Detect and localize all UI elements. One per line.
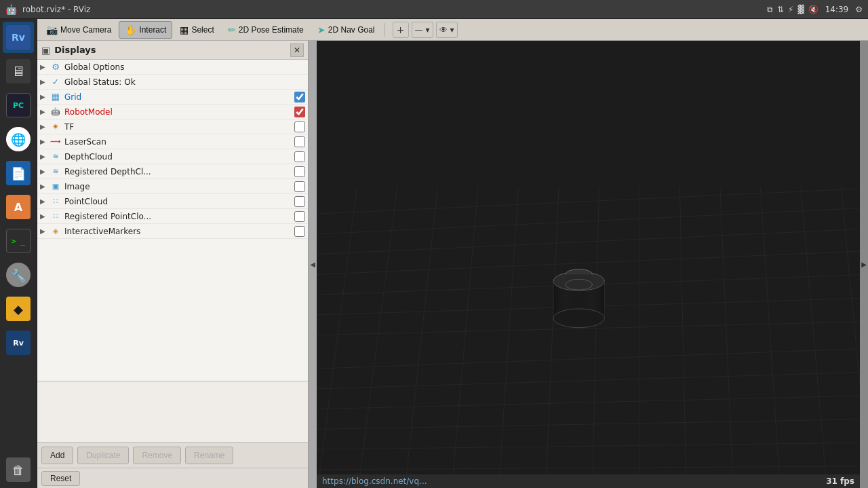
- app-icon-pycharm[interactable]: PC: [3, 90, 34, 121]
- tf-icon: ✴: [50, 121, 62, 133]
- settings-icon[interactable]: ⚙: [855, 5, 863, 14]
- depthcloud-checkbox[interactable]: [294, 151, 305, 162]
- expand-icon7: ▶: [40, 153, 50, 160]
- displays-footer: Add Duplicate Remove Rename: [37, 442, 308, 468]
- displays-panel: ▣ Displays ✕ ▶ ⚙ Global Options ▶: [37, 41, 309, 488]
- duplicate-button[interactable]: Duplicate: [77, 447, 129, 464]
- robot-icon: 🤖: [50, 106, 62, 118]
- pose-icon: ✏: [228, 24, 236, 35]
- display-item-pointcloud[interactable]: ▶ ∷ PointCloud: [37, 194, 308, 209]
- app-icon-rviz2[interactable]: Rv: [3, 327, 34, 358]
- interact-label: Interact: [139, 25, 166, 35]
- app-icon-trash[interactable]: 🗑: [3, 454, 34, 485]
- interact-button[interactable]: ✋ Interact: [119, 21, 172, 39]
- pointcloud-checkbox[interactable]: [294, 196, 305, 207]
- move-camera-button[interactable]: 📷 Move Camera: [40, 21, 117, 39]
- expand-icon5: ▶: [40, 123, 50, 130]
- image-icon: ▣: [50, 181, 62, 193]
- app-icon-monitor[interactable]: 🖥: [3, 56, 34, 87]
- grid-checkbox[interactable]: [294, 92, 305, 102]
- display-item-robotmodel[interactable]: ▶ 🤖 RobotModel: [37, 105, 308, 119]
- arrows-icon: ⇅: [777, 5, 784, 14]
- app-icon-terminal[interactable]: > _: [3, 225, 34, 257]
- svg-point-37: [566, 279, 593, 290]
- expand-icon11: ▶: [40, 212, 50, 220]
- ros-icon: ⧉: [767, 5, 773, 14]
- window-title: robot.rviz* - RViz: [22, 5, 90, 14]
- displays-reset-bar: Reset: [37, 468, 308, 488]
- pointcloud-icon: ∷: [50, 195, 62, 208]
- display-item-image[interactable]: ▶ ▣ Image: [37, 179, 308, 194]
- reg-depth-icon: ≋: [50, 166, 62, 178]
- move-camera-label: Move Camera: [60, 25, 111, 35]
- item-name-depthcloud: DepthCloud: [64, 152, 292, 162]
- clock: 14:39: [825, 5, 849, 14]
- right-arrow: ▶: [861, 261, 867, 268]
- toolbar: 📷 Move Camera ✋ Interact ▦ Select ✏ 2D P…: [37, 19, 868, 41]
- nav-goal-button[interactable]: ➤ 2D Nav Goal: [311, 21, 381, 39]
- displays-close-button[interactable]: ✕: [290, 43, 304, 57]
- system-tray: ⧉ ⇅ ⚡ ▓ 🔇 14:39 ⚙: [767, 5, 863, 14]
- viewport-3d[interactable]: ▶ https://blog.csdn.net/vq... 31 fps: [317, 41, 868, 488]
- app-icon-layers[interactable]: ◆: [3, 293, 34, 324]
- item-name-image: Image: [64, 182, 292, 191]
- title-icon: 🤖: [5, 4, 17, 15]
- nav-goal-label: 2D Nav Goal: [328, 25, 375, 35]
- main-panel: 📷 Move Camera ✋ Interact ▦ Select ✏ 2D P…: [37, 19, 868, 488]
- expand-icon4: ▶: [40, 108, 50, 115]
- rename-button[interactable]: Rename: [185, 447, 233, 464]
- robotmodel-checkbox[interactable]: [294, 107, 305, 117]
- display-item-laserscan[interactable]: ▶ ⟿ LaserScan: [37, 134, 308, 149]
- camera-icon: 📷: [46, 24, 58, 35]
- bluetooth-icon: ⚡: [788, 5, 793, 14]
- item-name-laserscan: LaserScan: [64, 137, 292, 147]
- app-icon-writer[interactable]: 📄: [3, 157, 34, 189]
- item-name-tf: TF: [64, 122, 292, 132]
- pose-estimate-button[interactable]: ✏ 2D Pose Estimate: [222, 21, 310, 39]
- laserscan-checkbox[interactable]: [294, 136, 305, 147]
- expand-icon12: ▶: [40, 227, 50, 235]
- app-icon-tools[interactable]: 🔧: [3, 259, 34, 290]
- battery-icon: ▓: [797, 5, 804, 14]
- viewport-statusbar: https://blog.csdn.net/vq... 31 fps: [317, 474, 860, 488]
- displays-title: ▣ Displays: [41, 45, 290, 56]
- item-name-reg-pointcloud: Registered PointClo...: [64, 212, 292, 221]
- add-button[interactable]: Add: [41, 447, 73, 464]
- display-item-grid[interactable]: ▶ ▦ Grid: [37, 90, 308, 105]
- app-icon-rviz[interactable]: Rv: [3, 22, 34, 53]
- display-item-reg-pointcloud[interactable]: ▶ ∷ Registered PointClo...: [37, 209, 308, 224]
- remove-button[interactable]: Remove: [133, 447, 181, 464]
- reg-pointcloud-checkbox[interactable]: [294, 211, 305, 222]
- expand-icon9: ▶: [40, 183, 50, 190]
- reg-depthcloud-checkbox[interactable]: [294, 166, 305, 177]
- app-icon-chrome[interactable]: 🌐: [3, 124, 34, 155]
- image-checkbox[interactable]: [294, 181, 305, 192]
- reset-button[interactable]: Reset: [41, 471, 80, 486]
- hand-icon: ✋: [125, 24, 136, 35]
- interactive-markers-checkbox[interactable]: [294, 226, 305, 237]
- display-item-global-status[interactable]: ▶ ✓ Global Status: Ok: [37, 75, 308, 90]
- display-item-interactive-markers[interactable]: ▶ ◈ InteractiveMarkers: [37, 224, 308, 239]
- tf-checkbox[interactable]: [294, 121, 305, 132]
- collapse-arrow: ◀: [310, 261, 315, 268]
- expand-icon8: ▶: [40, 168, 50, 175]
- camera-dropdown[interactable]: 👁 ▾: [436, 22, 458, 38]
- dropdown-arrow: ▾: [426, 25, 430, 35]
- display-item-global-options[interactable]: ▶ ⚙ Global Options: [37, 60, 308, 75]
- dropdown-arrow2: ▾: [450, 25, 454, 35]
- add-icon-button[interactable]: +: [393, 22, 409, 38]
- display-item-tf[interactable]: ▶ ✴ TF: [37, 119, 308, 134]
- item-name-interactive-markers: InteractiveMarkers: [64, 227, 292, 236]
- app-icon-typora[interactable]: A: [3, 191, 34, 223]
- displays-title-text: Displays: [54, 45, 96, 55]
- display-item-depthcloud[interactable]: ▶ ≋ DepthCloud: [37, 149, 308, 164]
- status-icon: ✓: [50, 76, 62, 88]
- expand-icon10: ▶: [40, 198, 50, 205]
- expand-icon2: ▶: [40, 78, 50, 86]
- right-expand-handle[interactable]: ▶: [860, 41, 868, 488]
- select-button[interactable]: ▦ Select: [174, 21, 220, 39]
- collapse-handle[interactable]: ◀: [309, 41, 317, 488]
- view-dropdown[interactable]: — ▾: [412, 22, 433, 38]
- display-item-reg-depthcloud[interactable]: ▶ ≋ Registered DepthCl...: [37, 164, 308, 179]
- grid-visualization: [317, 41, 868, 488]
